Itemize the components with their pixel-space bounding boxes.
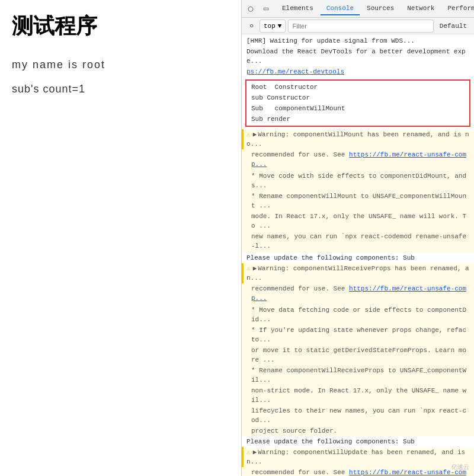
warning-1-d4: * Rename componentWillMount to UNSAFE_co…	[242, 191, 474, 211]
warning-1-d6: new names, you can run `npx react-codemo…	[242, 231, 474, 251]
hmr-waiting-line: [HMR] Waiting for update signal from WDS…	[242, 36, 474, 46]
console-output: [HMR] Waiting for update signal from WDS…	[242, 34, 474, 476]
warning-3: ⚠▶Warning: componentWillUpdate has been …	[242, 447, 474, 467]
warning-2-d5: or move it to static getDerivedStateFrom…	[242, 345, 474, 365]
warning-1-comp: Please update the following components: …	[242, 253, 474, 263]
app-title: 测试程序	[12, 12, 229, 41]
filter-input[interactable]	[288, 20, 433, 33]
warning-1: ⚠▶Warning: componentWillMount has been r…	[242, 129, 474, 149]
tab-network[interactable]: Network	[401, 2, 440, 15]
rb1-line3: Sub componentWillMount	[248, 103, 468, 114]
device-icon[interactable]: ▭	[260, 2, 273, 15]
warning-2-comp: Please update the following components: …	[242, 436, 474, 447]
console-toolbar: ⚬ top ▼ Default	[242, 18, 474, 34]
devtools-topbar: ◯ ▭ Elements Console Sources Network Per…	[242, 0, 474, 18]
inspect-icon[interactable]: ◯	[244, 2, 257, 15]
warning-2-d4: * If you're updating state whenever prop…	[242, 325, 474, 345]
warning-2-d7: non-strict mode. In React 17.x, only the…	[242, 385, 474, 405]
dropdown-arrow-icon: ▼	[278, 23, 282, 30]
warning-2-d3: * Move data fetching code or side effect…	[242, 305, 474, 325]
red-box-1: Root Constructor sub Constructor Sub com…	[245, 79, 470, 127]
left-panel: 测试程序 my name is root sub's count=1	[0, 0, 242, 476]
clear-console-button[interactable]: ⚬	[245, 20, 257, 32]
warning-3-d1: recommended for use. See https://fb.me/r…	[242, 467, 474, 476]
warning-1-d3: * Move code with side effects to compone…	[242, 171, 474, 191]
tab-console[interactable]: Console	[321, 2, 360, 15]
rb1-line2: sub Constructor	[248, 92, 468, 103]
watermark: 亿速云	[451, 463, 469, 471]
warning-2-d8: lifecycles to their new names, you can r…	[242, 405, 474, 426]
warning-1-d5: mode. In React 17.x, only the UNSAFE_ na…	[242, 211, 474, 231]
default-level-button[interactable]: Default	[436, 21, 470, 31]
rb1-line4: Sub render	[248, 114, 468, 124]
warning-2-d1: recommended for use. See https://fb.me/r…	[242, 283, 474, 304]
context-dropdown[interactable]: top ▼	[260, 20, 286, 33]
context-label: top	[264, 23, 276, 30]
rb1-line1: Root Constructor	[248, 82, 468, 92]
count-display: sub's count=1	[12, 83, 229, 95]
tab-performance[interactable]: Performance	[441, 2, 474, 15]
name-display: my name is root	[12, 59, 229, 71]
devtools-panel: ◯ ▭ Elements Console Sources Network Per…	[242, 0, 474, 476]
tab-sources[interactable]: Sources	[361, 2, 400, 15]
warning-2: ⚠▶Warning: componentWillReceiveProps has…	[242, 263, 474, 283]
warning-2-d6: * Rename componentWillReceiveProps to UN…	[242, 365, 474, 385]
warning-1-d1: recommended for use. See https://fb.me/r…	[242, 149, 474, 170]
warning-2-d9: project source folder.	[242, 426, 474, 436]
tab-elements[interactable]: Elements	[276, 2, 319, 15]
react-devtools-line: Download the React DevTools for a better…	[242, 46, 474, 66]
react-devtools-link[interactable]: ps://fb.me/react-devtools	[242, 66, 474, 77]
